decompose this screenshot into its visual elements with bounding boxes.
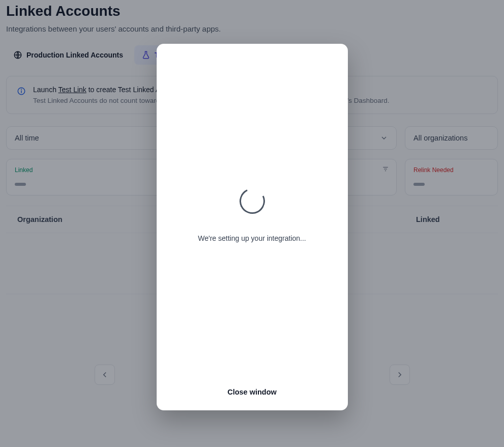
- close-window-button[interactable]: Close window: [227, 388, 277, 396]
- integration-modal: We're setting up your integration... Clo…: [157, 44, 348, 410]
- modal-overlay: We're setting up your integration... Clo…: [0, 0, 504, 447]
- modal-message: We're setting up your integration...: [198, 234, 306, 242]
- loading-spinner-icon: [235, 185, 268, 217]
